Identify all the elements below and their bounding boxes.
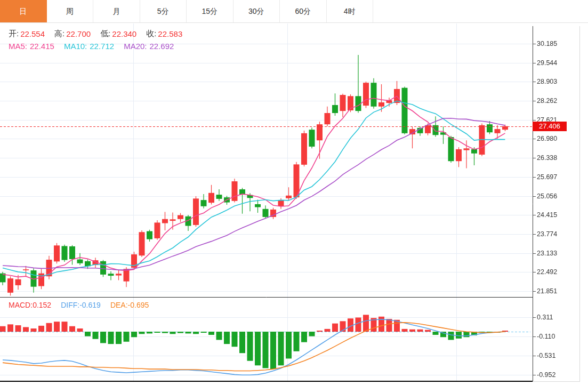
macd-readout: MACD: 0.152 DIFF: -0.619 DEA: -0.695	[9, 301, 149, 309]
low-label: 低:	[100, 29, 110, 39]
price-axis-label-tick	[533, 139, 536, 139]
price-axis-label: 22.492	[537, 268, 557, 276]
price-axis-label: 25.697	[537, 173, 557, 181]
tab-day[interactable]: 日	[0, 0, 47, 22]
price-axis-label: 21.851	[537, 287, 557, 295]
macd-axis-label: 0.311	[537, 313, 553, 322]
close-value: 22.583	[158, 29, 182, 38]
price-axis-label-tick	[533, 234, 536, 235]
ma-readout: MA5: 22.415 MA10: 22.712 MA20: 22.692	[9, 42, 174, 51]
ohlc-readout: 开: 22.554 高: 22.700 低: 22.340 收: 22.583	[9, 29, 182, 39]
macd-value: 0.152	[33, 301, 51, 309]
price-axis-label: 26.338	[537, 154, 557, 162]
kline-chart-canvas[interactable]	[0, 0, 588, 385]
macd-axis-label: -0.531	[537, 351, 555, 360]
tab-week[interactable]: 周	[47, 0, 94, 22]
timeframe-tabbar: 日 周 月 5分 15分 30分 60分 4时	[0, 0, 588, 23]
ma5-value: 22.415	[30, 42, 54, 51]
high-value: 22.700	[66, 29, 91, 38]
price-axis-label: 23.133	[537, 249, 557, 258]
price-axis-label-tick	[533, 44, 536, 44]
macd-axis-label: -0.952	[537, 371, 555, 379]
macd-axis-label-tick	[533, 336, 536, 337]
last-price-tag: 27.406	[533, 122, 567, 131]
price-axis-label: 28.262	[537, 97, 557, 105]
price-axis-label-tick	[533, 196, 536, 197]
open-value: 22.554	[20, 29, 45, 38]
tab-5min[interactable]: 5分	[140, 0, 187, 22]
ma20-label: MA20:	[124, 42, 147, 51]
dea-label: DEA:	[110, 301, 128, 309]
diff-label: DIFF:	[61, 301, 79, 309]
price-axis-label-tick	[533, 272, 536, 272]
ma10-label: MA10:	[64, 42, 87, 51]
close-label: 收:	[146, 29, 156, 39]
price-axis-label-tick	[533, 63, 536, 63]
price-axis-label: 26.980	[537, 134, 557, 143]
dea-value: -0.695	[128, 301, 149, 309]
ma10-value: 22.712	[90, 42, 114, 51]
ma5-label: MA5:	[9, 42, 27, 51]
price-axis-label-tick	[533, 253, 536, 254]
price-axis-label: 29.544	[537, 59, 557, 67]
price-axis-label: 28.903	[537, 77, 557, 86]
price-axis-label-tick	[533, 120, 536, 121]
macd-axis-label-tick	[533, 317, 536, 318]
price-axis-label: 25.056	[537, 192, 557, 200]
tab-4hour[interactable]: 4时	[327, 0, 374, 22]
tab-60min[interactable]: 60分	[280, 0, 327, 22]
price-axis-label-tick	[533, 215, 536, 215]
price-axis-label-tick	[533, 158, 536, 158]
price-axis-label: 24.415	[537, 211, 557, 219]
macd-label: MACD:	[9, 301, 33, 309]
low-value: 22.340	[112, 29, 136, 38]
macd-axis-label-tick	[533, 356, 536, 356]
price-axis-label-tick	[533, 177, 536, 178]
price-axis-label-tick	[533, 291, 536, 292]
price-axis-label-tick	[533, 101, 536, 101]
price-axis-label: 23.774	[537, 230, 557, 238]
open-label: 开:	[9, 29, 19, 39]
ma20-value: 22.692	[150, 42, 174, 51]
price-axis-label-tick	[533, 82, 536, 82]
macd-axis-label-tick	[533, 375, 536, 375]
tab-month[interactable]: 月	[93, 0, 140, 22]
tab-30min[interactable]: 30分	[233, 0, 280, 22]
diff-value: -0.619	[79, 301, 101, 309]
high-label: 高:	[54, 29, 65, 39]
price-axis-label: 30.185	[537, 39, 557, 48]
macd-axis-label: -0.110	[537, 332, 555, 341]
tab-15min[interactable]: 15分	[187, 0, 233, 22]
